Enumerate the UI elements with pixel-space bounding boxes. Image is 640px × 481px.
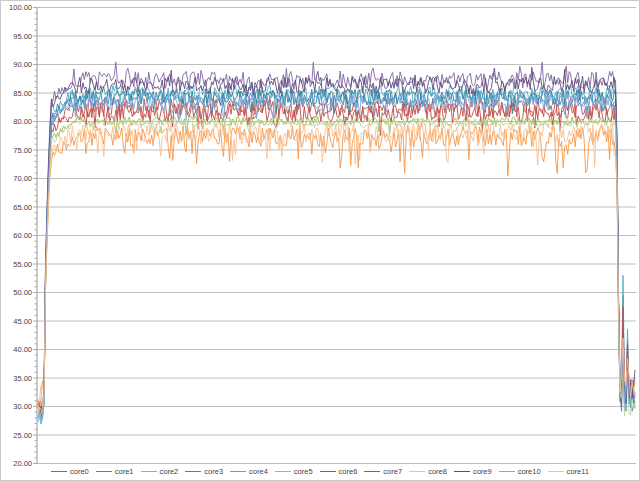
legend-label: core4 [249, 467, 268, 476]
legend-line-sample-core3 [185, 471, 201, 472]
legend-item-core1[interactable]: core1 [96, 467, 134, 476]
legend-label: core5 [294, 467, 313, 476]
series-line-core11 [38, 122, 635, 411]
legend-label: core6 [339, 467, 358, 476]
legend-label: core11 [567, 467, 589, 476]
y-tick-label: 60.00 [1, 231, 32, 240]
y-tick-label: 40.00 [1, 345, 32, 354]
y-tick-label: 30.00 [1, 402, 32, 411]
legend-label: core10 [518, 467, 541, 476]
series-line-core2 [38, 116, 635, 415]
legend-line-sample-core6 [320, 471, 336, 472]
legend-item-core6[interactable]: core6 [320, 467, 358, 476]
y-tick-label: 65.00 [1, 203, 32, 212]
legend: core0core1core2core3core4core5core6core7… [1, 464, 639, 478]
legend-item-core8[interactable]: core8 [409, 467, 447, 476]
legend-line-sample-core11 [548, 471, 564, 472]
legend-item-core2[interactable]: core2 [141, 467, 179, 476]
legend-label: core8 [428, 467, 447, 476]
legend-label: core3 [204, 467, 223, 476]
legend-label: core0 [70, 467, 89, 476]
y-tick-label: 70.00 [1, 174, 32, 183]
legend-line-sample-core0 [51, 471, 67, 472]
y-tick-label: 95.00 [1, 32, 32, 41]
y-tick-label: 50.00 [1, 288, 32, 297]
y-tick-label: 25.00 [1, 431, 32, 440]
legend-item-core4[interactable]: core4 [230, 467, 268, 476]
legend-item-core5[interactable]: core5 [275, 467, 313, 476]
legend-label: core7 [383, 467, 402, 476]
y-tick-label: 100.00 [1, 3, 32, 12]
legend-line-sample-core2 [141, 471, 157, 472]
legend-item-core9[interactable]: core9 [454, 467, 492, 476]
y-tick-label: 85.00 [1, 89, 32, 98]
chart-frame: 100.0095.0090.0085.0080.0075.0070.0065.0… [0, 0, 640, 481]
y-tick-label: 35.00 [1, 374, 32, 383]
legend-line-sample-core1 [96, 471, 112, 472]
legend-item-core10[interactable]: core10 [499, 467, 541, 476]
legend-label: core1 [115, 467, 134, 476]
legend-item-core3[interactable]: core3 [185, 467, 223, 476]
legend-item-core0[interactable]: core0 [51, 467, 89, 476]
series-line-core5 [38, 126, 635, 406]
y-tick-label: 90.00 [1, 60, 32, 69]
legend-line-sample-core9 [454, 471, 470, 472]
legend-label: core2 [160, 467, 179, 476]
series-line-core10 [38, 94, 635, 422]
y-tick-label: 55.00 [1, 260, 32, 269]
series-line-core9 [38, 67, 635, 408]
legend-line-sample-core5 [275, 471, 291, 472]
plot-area [1, 1, 639, 480]
legend-item-core7[interactable]: core7 [364, 467, 402, 476]
series-line-core8 [38, 119, 635, 421]
y-tick-label: 75.00 [1, 146, 32, 155]
legend-line-sample-core4 [230, 471, 246, 472]
y-tick-label: 45.00 [1, 317, 32, 326]
legend-line-sample-core8 [409, 471, 425, 472]
y-tick-label: 80.00 [1, 117, 32, 126]
series-line-core0 [38, 98, 635, 413]
legend-line-sample-core10 [499, 471, 515, 472]
legend-label: core9 [473, 467, 492, 476]
legend-item-core11[interactable]: core11 [548, 467, 589, 476]
legend-line-sample-core7 [364, 471, 380, 472]
